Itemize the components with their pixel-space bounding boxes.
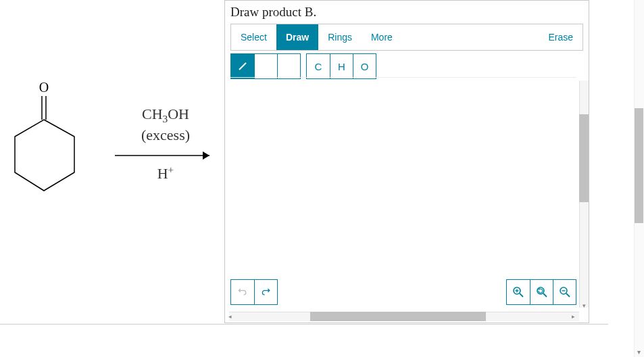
reagent-text: CH3OH (excess) <box>125 105 206 144</box>
mode-toolbar: Select Draw Rings More Erase <box>230 24 583 51</box>
hydrogen-atom-tool[interactable]: H <box>330 54 353 78</box>
redo-button[interactable] <box>254 280 277 304</box>
zoom-in-icon <box>512 286 524 298</box>
single-bond-tool[interactable] <box>231 54 254 78</box>
zoom-out-button[interactable] <box>553 280 576 304</box>
history-group <box>230 279 278 305</box>
editor-horizontal-scroll-left-arrow[interactable]: ◂ <box>225 312 234 321</box>
single-bond-icon <box>237 61 248 72</box>
bond-tool-group <box>230 53 301 79</box>
svg-marker-4 <box>203 151 209 160</box>
atom-tool-group: C H O <box>306 53 376 79</box>
svg-line-18 <box>566 293 570 297</box>
editor-title: Draw product B. <box>225 1 589 22</box>
zoom-group <box>506 279 576 305</box>
undo-icon <box>237 287 248 298</box>
zoom-in-button[interactable] <box>507 280 530 304</box>
zoom-out-icon <box>559 286 571 298</box>
page-vertical-scroll-down-arrow[interactable]: ▾ <box>634 347 644 357</box>
toolbar-spacer <box>402 24 539 50</box>
editor-vertical-scrollbar[interactable] <box>579 80 589 308</box>
reagent-line2: (excess) <box>141 126 190 143</box>
redo-icon <box>261 287 272 298</box>
tab-more[interactable]: More <box>362 24 402 50</box>
tab-erase[interactable]: Erase <box>539 24 583 50</box>
double-bond-tool[interactable] <box>254 54 277 78</box>
tab-rings[interactable]: Rings <box>318 24 362 50</box>
reaction-arrow <box>115 151 209 160</box>
oxygen-label: O <box>39 81 49 95</box>
cyclohexanone-structure <box>15 96 74 191</box>
structure-editor-panel: Draw product B. Select Draw Rings More E… <box>224 0 589 323</box>
editor-horizontal-scroll-right-arrow[interactable]: ▸ <box>568 312 578 321</box>
reaction-svg: O <box>7 81 223 230</box>
tab-select[interactable]: Select <box>231 24 276 50</box>
undo-button[interactable] <box>231 280 254 304</box>
page-vertical-scroll-thumb[interactable] <box>635 108 643 223</box>
oxygen-atom-tool[interactable]: O <box>353 54 376 78</box>
double-bond-icon <box>260 61 272 72</box>
reagent-line1: CH3OH <box>142 105 189 122</box>
svg-line-5 <box>239 63 246 70</box>
editor-vertical-scroll-down-arrow[interactable]: ▾ <box>579 301 589 310</box>
catalyst-text: H+ <box>125 164 206 183</box>
bottom-controls <box>230 279 576 305</box>
reset-zoom-icon <box>536 286 548 298</box>
reaction-scheme: O CH3OH (excess) H+ <box>7 81 223 230</box>
tab-draw[interactable]: Draw <box>276 24 318 50</box>
reset-zoom-button[interactable] <box>530 280 553 304</box>
triple-bond-icon <box>282 61 296 72</box>
svg-line-16 <box>543 293 547 297</box>
page-vertical-scrollbar[interactable] <box>634 0 644 357</box>
drawing-canvas[interactable] <box>230 82 583 308</box>
triple-bond-tool[interactable] <box>277 54 300 78</box>
svg-line-12 <box>520 293 523 297</box>
toolbar-divider <box>230 77 576 78</box>
carbon-atom-tool[interactable]: C <box>307 54 330 78</box>
editor-horizontal-scroll-thumb[interactable] <box>310 312 486 321</box>
editor-vertical-scroll-thumb[interactable] <box>579 114 589 202</box>
svg-marker-0 <box>15 120 74 191</box>
draw-toolbar: C H O <box>230 53 583 79</box>
editor-horizontal-scrollbar[interactable] <box>229 312 579 321</box>
bottom-spacer <box>278 279 506 305</box>
